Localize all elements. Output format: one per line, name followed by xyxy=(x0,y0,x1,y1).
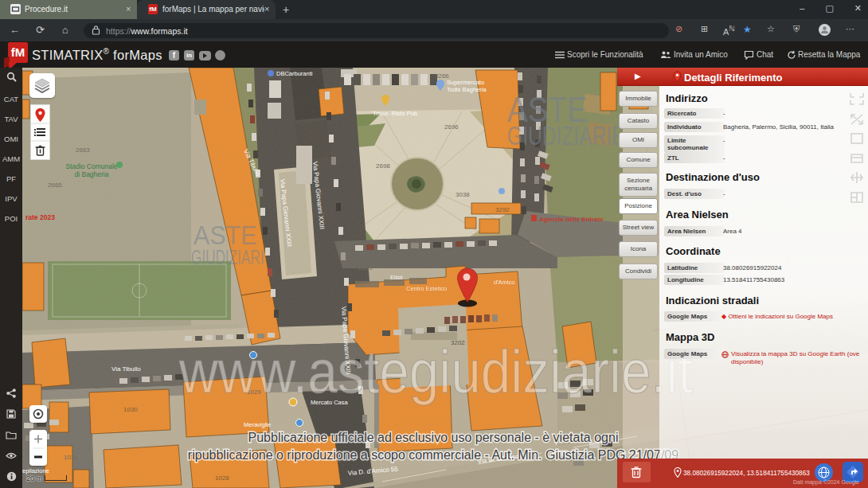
svg-text:ripubblicazione o riproduzione: ripubblicazione o riproduzione a scopo c… xyxy=(188,448,678,462)
svg-text:Pubblicazione ufficiale ad esc: Pubblicazione ufficiale ad esclusivo uso… xyxy=(248,431,619,444)
svg-text:GIUDIZIARI: GIUDIZIARI xyxy=(191,245,264,269)
svg-text:GIUDIZIARIE: GIUDIZIARIE xyxy=(507,120,625,150)
svg-text:epilazione: epilazione xyxy=(22,467,49,474)
svg-text:www.astegiudiziarie.it: www.astegiudiziarie.it xyxy=(178,338,693,405)
